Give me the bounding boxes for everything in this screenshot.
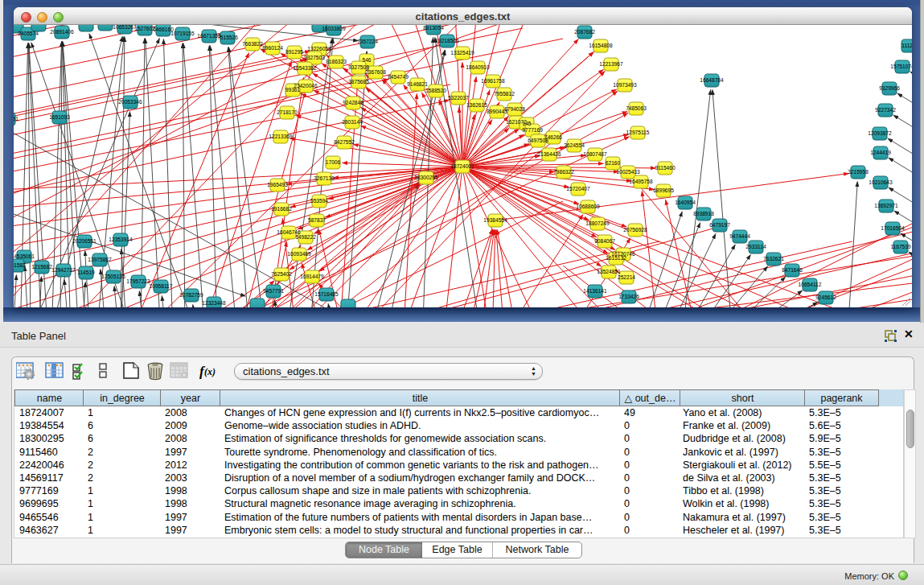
- svg-text:8938918: 8938918: [693, 211, 714, 216]
- svg-text:(x): (x): [204, 366, 216, 377]
- svg-text:891295: 891295: [285, 49, 303, 55]
- svg-text:62160: 62160: [606, 160, 621, 166]
- svg-text:99361: 99361: [285, 87, 301, 93]
- svg-text:12323448: 12323448: [202, 300, 226, 306]
- svg-text:9457791: 9457791: [263, 288, 284, 294]
- svg-text:2718170: 2718170: [277, 109, 298, 115]
- svg-text:9245612: 9245612: [815, 295, 836, 300]
- svg-text:21364436: 21364436: [537, 151, 561, 157]
- svg-text:19218506: 19218506: [435, 38, 459, 43]
- svg-text:553594: 553594: [310, 198, 328, 204]
- svg-text:18807249: 18807249: [585, 220, 610, 226]
- svg-text:114519: 114519: [77, 270, 95, 275]
- svg-text:8813054: 8813054: [423, 25, 444, 31]
- svg-text:13325419: 13325419: [450, 50, 474, 56]
- svg-text:8471646: 8471646: [782, 267, 803, 273]
- svg-text:14136141: 14136141: [583, 288, 607, 294]
- svg-text:10719155: 10719155: [170, 31, 195, 36]
- svg-text:15751074: 15751074: [890, 64, 912, 69]
- svg-text:2405574: 2405574: [18, 31, 39, 36]
- svg-text:8454749: 8454749: [388, 74, 409, 80]
- svg-text:16914479: 16914479: [300, 274, 324, 279]
- svg-text:1615132: 1615132: [606, 255, 626, 261]
- svg-text:9242848: 9242848: [343, 100, 363, 105]
- svg-text:7986322: 7986322: [553, 169, 574, 175]
- svg-text:252214: 252214: [618, 274, 635, 280]
- svg-text:9115460: 9115460: [655, 165, 676, 171]
- svg-text:10688609: 10688609: [576, 204, 600, 209]
- svg-text:1916682: 1916682: [271, 206, 292, 212]
- svg-text:17957223: 17957223: [126, 278, 150, 284]
- svg-text:2087682: 2087682: [574, 29, 595, 35]
- svg-text:1362615: 1362615: [466, 102, 487, 108]
- svg-text:9084067: 9084067: [594, 238, 615, 244]
- svg-text:6899695: 6899695: [653, 187, 674, 193]
- svg-text:10782759: 10782759: [179, 292, 203, 298]
- svg-text:16093489: 16093489: [287, 251, 311, 257]
- svg-text:1167539: 1167539: [890, 244, 911, 249]
- svg-text:16154808: 16154808: [589, 43, 613, 48]
- svg-text:8186323: 8186323: [326, 59, 347, 64]
- svg-text:7632621: 7632621: [763, 256, 784, 262]
- svg-text:10973493: 10973493: [613, 82, 637, 88]
- svg-text:16033809: 16033809: [322, 26, 346, 31]
- svg-text:11123: 11123: [901, 43, 912, 48]
- svg-text:391583: 391583: [14, 262, 26, 268]
- svg-text:4535061: 4535061: [14, 253, 35, 259]
- svg-text:2803144: 2803144: [342, 119, 363, 125]
- svg-text:13226058: 13226058: [307, 46, 331, 51]
- svg-text:6794028: 6794028: [504, 106, 525, 112]
- svg-text:17006: 17006: [326, 159, 341, 165]
- svg-text:10210643: 10210643: [869, 179, 893, 185]
- svg-text:7663822: 7663822: [242, 41, 263, 47]
- svg-text:12353914: 12353914: [109, 237, 133, 242]
- svg-text:7955812: 7955812: [494, 91, 515, 97]
- svg-text:18300295: 18300295: [414, 175, 438, 180]
- svg-text:6479197: 6479197: [709, 222, 730, 228]
- svg-text:19384554: 19384554: [483, 217, 507, 223]
- svg-text:8960124: 8960124: [262, 45, 283, 51]
- svg-text:20756928: 20756928: [623, 227, 647, 233]
- svg-text:13692971: 13692971: [874, 203, 898, 208]
- svg-text:746266: 746266: [544, 134, 562, 140]
- svg-text:10025433: 10025433: [616, 169, 640, 175]
- svg-text:16543382: 16543382: [293, 65, 317, 71]
- svg-text:2367608: 2367608: [365, 69, 386, 75]
- svg-text:18724007: 18724007: [450, 163, 474, 169]
- svg-text:18640910: 18640910: [466, 64, 490, 70]
- svg-text:17016504: 17016504: [881, 225, 905, 231]
- svg-text:15716485: 15716485: [314, 291, 339, 297]
- svg-text:20206551: 20206551: [72, 238, 97, 244]
- svg-text:7515526: 7515526: [217, 35, 238, 40]
- svg-text:1651093: 1651093: [49, 114, 70, 120]
- svg-text:12093872: 12093872: [868, 130, 892, 136]
- svg-text:9327503: 9327503: [304, 55, 325, 60]
- svg-text:12213369: 12213369: [269, 134, 293, 139]
- svg-text:3267130: 3267130: [314, 175, 335, 181]
- svg-text:8427552: 8427552: [334, 139, 355, 145]
- svg-text:2636051: 2636051: [14, 116, 18, 122]
- svg-text:16495758: 16495758: [629, 179, 653, 184]
- svg-text:15720407: 15720407: [566, 186, 590, 192]
- svg-text:10807487: 10807487: [583, 151, 607, 157]
- svg-text:1498222: 1498222: [295, 234, 316, 240]
- svg-text:9329966: 9329966: [879, 85, 900, 91]
- svg-text:3624554: 3624554: [564, 142, 585, 148]
- svg-text:10958117: 10958117: [150, 283, 173, 289]
- svg-text:1244419: 1244419: [870, 150, 891, 155]
- svg-text:9777169: 9777169: [522, 127, 543, 133]
- svg-text:1733426: 1733426: [618, 294, 639, 299]
- svg-text:20691406: 20691406: [50, 29, 74, 35]
- svg-text:10653267: 10653267: [113, 25, 137, 30]
- svg-text:7357224: 7357224: [357, 39, 378, 44]
- svg-text:16648784: 16648784: [700, 77, 724, 83]
- svg-text:9227342: 9227342: [875, 107, 896, 113]
- svg-text:12942737: 12942737: [51, 267, 76, 273]
- svg-text:10654112: 10654112: [799, 282, 822, 287]
- svg-text:1965493: 1965493: [267, 182, 288, 187]
- svg-text:7625402: 7625402: [271, 271, 292, 277]
- svg-text:13524851: 13524851: [597, 269, 621, 274]
- svg-text:2933114: 2933114: [745, 244, 766, 249]
- svg-text:3875685: 3875685: [348, 79, 369, 84]
- svg-text:12975115: 12975115: [626, 130, 650, 135]
